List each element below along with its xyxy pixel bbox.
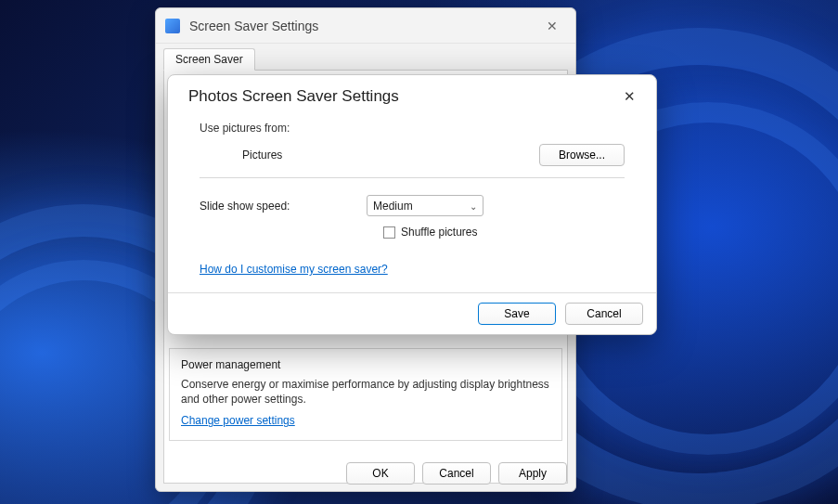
- save-button[interactable]: Save: [478, 303, 556, 325]
- close-icon[interactable]: ✕: [538, 19, 566, 33]
- dialog-titlebar[interactable]: Photos Screen Saver Settings ✕: [168, 75, 656, 116]
- help-link[interactable]: How do I customise my screen saver?: [200, 263, 388, 276]
- photos-screensaver-settings-dialog: Photos Screen Saver Settings ✕ Use pictu…: [167, 74, 657, 335]
- tab-screen-saver[interactable]: Screen Saver: [163, 48, 255, 71]
- dialog-button-row: Save Cancel: [168, 292, 656, 334]
- parent-button-row: OK Cancel Apply: [155, 459, 576, 488]
- shuffle-label: Shuffle pictures: [401, 226, 478, 239]
- chevron-down-icon: ⌄: [470, 200, 477, 211]
- dialog-title: Photos Screen Saver Settings: [188, 87, 399, 106]
- speed-select[interactable]: Medium ⌄: [367, 195, 483, 216]
- speed-label: Slide show speed:: [200, 200, 367, 213]
- browse-button[interactable]: Browse...: [539, 144, 625, 166]
- power-heading: Power management: [181, 358, 550, 371]
- pictures-folder-value: Pictures: [200, 149, 367, 162]
- change-power-settings-link[interactable]: Change power settings: [181, 414, 295, 427]
- cancel-button[interactable]: Cancel: [422, 462, 491, 485]
- close-icon[interactable]: ✕: [618, 86, 641, 107]
- screensaver-icon: [165, 19, 180, 33]
- ok-button[interactable]: OK: [346, 462, 415, 485]
- power-management-group: Power management Conserve energy or maxi…: [169, 348, 562, 441]
- tab-strip: Screen Saver: [156, 44, 575, 70]
- window-title: Screen Saver Settings: [189, 19, 318, 33]
- shuffle-checkbox[interactable]: [383, 226, 395, 239]
- cancel-button[interactable]: Cancel: [565, 303, 643, 325]
- apply-button[interactable]: Apply: [498, 462, 567, 485]
- divider: [200, 177, 625, 178]
- use-pictures-label: Use pictures from:: [200, 122, 625, 135]
- speed-value: Medium: [373, 200, 413, 213]
- titlebar[interactable]: Screen Saver Settings ✕: [156, 8, 575, 44]
- power-description: Conserve energy or maximise performance …: [181, 377, 550, 407]
